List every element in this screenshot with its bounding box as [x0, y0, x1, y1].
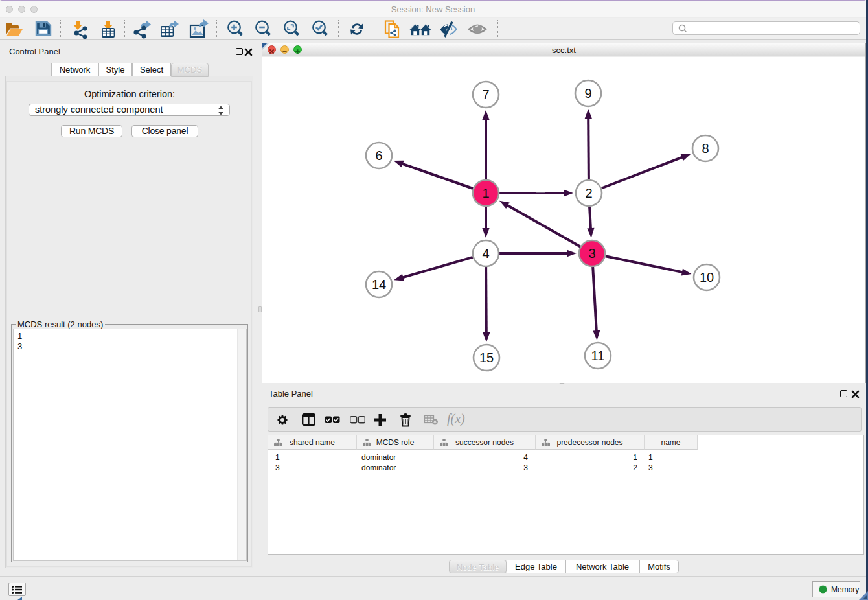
svg-text:11: 11 [591, 349, 605, 363]
svg-text:9: 9 [584, 86, 591, 100]
svg-text:10: 10 [700, 270, 714, 284]
svg-text:15: 15 [479, 351, 494, 365]
svg-text:2: 2 [585, 186, 592, 200]
svg-text:14: 14 [372, 277, 386, 292]
svg-text:3: 3 [588, 246, 595, 260]
svg-text:8: 8 [702, 141, 709, 156]
svg-text:7: 7 [482, 87, 489, 102]
svg-text:6: 6 [375, 148, 382, 163]
svg-text:4: 4 [482, 246, 489, 260]
svg-text:1: 1 [482, 186, 489, 200]
